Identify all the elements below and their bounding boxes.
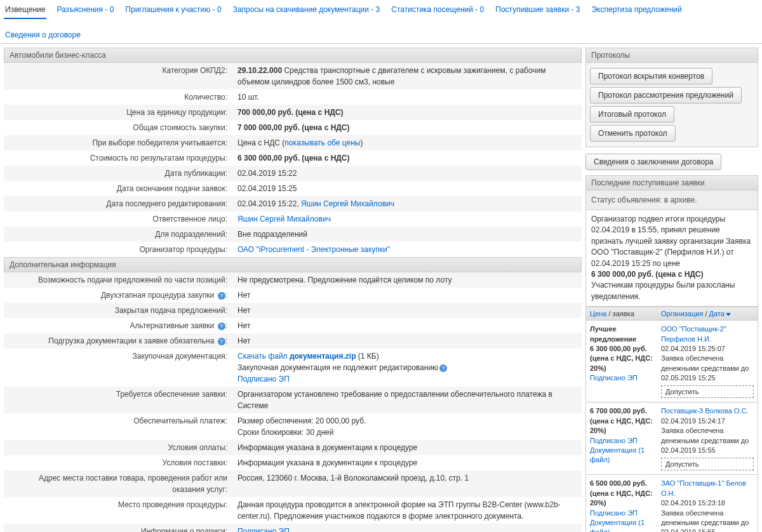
tab-received-bids[interactable]: Поступившие заявки - 3	[494, 3, 581, 19]
unitprice-label: Цена за единицу продукции:	[4, 105, 232, 120]
total-value: 7 000 000,00 руб. (цена с НДС)	[232, 120, 582, 135]
allow-button[interactable]: Допустить	[661, 385, 754, 398]
sort-date-link[interactable]: Дата	[709, 310, 725, 317]
bid-security: Заявка обеспечена денежными средствами д…	[661, 354, 749, 382]
bid-signed-link[interactable]: Подписано ЭП	[590, 509, 638, 517]
dept-label: Для подразделений:	[4, 227, 232, 242]
pub-label: Дата публикации:	[4, 166, 232, 181]
help-icon[interactable]: ?	[218, 292, 225, 300]
procdoc-label: Закупочная документация:	[4, 349, 232, 387]
bid-signed-link[interactable]: Подписано ЭП	[590, 374, 638, 382]
end-value: 02.04.2019 15:25	[232, 181, 582, 196]
okpd2-value: 29.10.22.000 Средства транспортные с дви…	[232, 63, 582, 90]
venue-value: Данная процедура проводится в электронно…	[232, 497, 582, 524]
secreq-label: Требуется обеспечение заявки:	[4, 387, 232, 413]
show-both-prices-link[interactable]: показывать обе цены	[284, 138, 360, 147]
result-value: 6 300 000,00 руб. (цена с НДС)	[232, 150, 582, 166]
organizer-label: Организатор процедуры:	[4, 242, 232, 257]
tab-download-requests[interactable]: Запросы на скачивание документации - 3	[232, 3, 382, 19]
bids-table-header: Цена / заявка Организация / Дата	[585, 307, 758, 321]
signed-ep-link[interactable]: Подписано ЭП	[237, 375, 290, 383]
tab-expert-review[interactable]: Экспертиза предложений	[590, 3, 683, 19]
bid-org-link[interactable]: ЗАО "Поставщик-1" Белов О.Н.	[661, 479, 746, 496]
allow-button[interactable]: Допустить	[661, 458, 754, 470]
edit-label: Дата последнего редактирования:	[4, 196, 232, 211]
help-icon[interactable]: ?	[439, 364, 447, 372]
bid-security: Заявка обеспечена денежными средствами д…	[661, 427, 749, 454]
winner-criteria-label: При выборе победителя учитывается:	[4, 135, 232, 150]
bid-org-link[interactable]: ООО "Поставщик-2" Перфилов Н.И.	[661, 325, 726, 342]
bid-price: 6 300 000,00 руб. (цена с НДС, НДС: 20%)	[590, 345, 653, 372]
bid-docs-link[interactable]: Документация (1 файл)	[590, 519, 645, 532]
partial-value: Не предусмотрена. Предложение подаётся ц…	[232, 272, 582, 288]
tab-clarifications[interactable]: Разъяснения - 0	[55, 3, 115, 19]
edit-value: 02.04.2019 15:22, Яшин Сергей Михайлович	[232, 196, 582, 211]
bid-row: Лучшее предложение 6 300 000,00 руб. (це…	[585, 321, 758, 402]
extra-info-table: Возможность подачи предложений по части …	[4, 272, 582, 532]
addr-label: Адрес места поставки товара, проведения …	[4, 470, 232, 497]
protocol-review-button[interactable]: Протокол рассмотрения предложений	[590, 87, 742, 103]
qty-value: 10 шт.	[232, 90, 582, 105]
protocol-opening-button[interactable]: Протокол вскрытия конвертов	[590, 68, 712, 84]
result-label: Стоимость по результатам процедуры:	[4, 150, 232, 166]
secpay-value: Размер обеспечения: 20 000,00 руб.Сроки …	[232, 413, 582, 440]
bid-signed-link[interactable]: Подписано ЭП	[590, 437, 638, 444]
protocol-final-button[interactable]: Итоговый протокол	[590, 106, 674, 123]
main-section-header: Автомобили бизнес-класса	[4, 48, 582, 63]
procdoc-value: Скачать файл документация.zip (1 КБ) Зак…	[232, 349, 582, 387]
sig-value: Подписано ЭП	[232, 524, 582, 532]
bid-date: 02.04.2019 15:24:17	[661, 417, 725, 425]
extra-section-header: Дополнительная информация	[4, 257, 582, 272]
partial-label: Возможность подачи предложений по части …	[4, 272, 232, 288]
sort-org-link[interactable]: Организация	[661, 310, 703, 317]
help-icon[interactable]: ?	[218, 338, 225, 345]
bid-row: 6 700 000,00 руб. (цена с НДС, НДС: 20%)…	[585, 402, 758, 475]
closed-label: Закрытая подача предложений:	[4, 303, 232, 318]
organizer-value: ОАО "iProcurement - Электронные закупки"	[232, 242, 582, 257]
bid-security: Заявка обеспечена денежными средствами д…	[661, 509, 749, 532]
closed-value: Нет	[232, 303, 582, 318]
signature-info-link[interactable]: Подписано ЭП	[237, 527, 290, 532]
pay-label: Условия оплаты:	[4, 440, 232, 455]
protocol-cancel-button[interactable]: Отменить протокол	[590, 125, 676, 142]
sig-label: Информация о подписи:	[4, 524, 232, 532]
total-label: Общая стоимость закупки:	[4, 120, 232, 135]
organizer-summary: Организатор подвел итоги процедуры 02.04…	[585, 210, 758, 307]
contract-info-button[interactable]: Сведения о заключении договора	[585, 154, 721, 170]
alt-value: Нет	[232, 318, 582, 333]
sort-price-link[interactable]: Цена	[590, 310, 606, 317]
secreq-value: Организатором установлено требование о п…	[232, 387, 582, 413]
editor-link[interactable]: Яшин Сергей Михайлович	[301, 199, 394, 208]
info-table: Категория ОКПД2: 29.10.22.000 Средства т…	[4, 63, 582, 257]
help-icon[interactable]: ?	[218, 323, 225, 330]
bid-org-link[interactable]: Поставщик-3 Волкова О.С.	[661, 407, 748, 415]
status-line: Статус объявления: в архиве.	[585, 190, 758, 210]
deliv-value: Информация указана в документации к проц…	[232, 455, 582, 470]
okpd2-label: Категория ОКПД2:	[4, 63, 232, 90]
end-label: Дата окончания подачи заявок:	[4, 181, 232, 196]
organizer-link[interactable]: ОАО "iProcurement - Электронные закупки"	[237, 245, 390, 254]
dept-value: Вне подразделений	[232, 227, 582, 242]
pay-value: Информация указана в документации к проц…	[232, 440, 582, 455]
bid-row: 6 500 000,00 руб. (цена с НДС, НДС: 20%)…	[585, 475, 758, 532]
addr-value: Россия, 123060 г. Москва, 1-й Волоколамс…	[232, 470, 582, 497]
bid-price: 6 500 000,00 руб. (цена с НДС, НДС: 20%)	[590, 479, 653, 507]
tab-notice[interactable]: Извещение	[4, 3, 46, 19]
twostage-value: Нет	[232, 288, 582, 303]
pub-value: 02.04.2019 15:22	[232, 166, 582, 181]
docreq-value: Нет	[232, 333, 582, 349]
docreq-label: Подгрузка документации к заявке обязател…	[4, 333, 232, 349]
tab-contract-info[interactable]: Сведения о договоре	[4, 28, 82, 43]
venue-label: Место проведения процедуры:	[4, 497, 232, 524]
tab-visit-stats[interactable]: Статистика посещений - 0	[390, 3, 485, 19]
responsible-person-link[interactable]: Яшин Сергей Михайлович	[237, 215, 331, 223]
qty-label: Количество:	[4, 90, 232, 105]
best-offer-label: Лучшее предложение	[590, 325, 636, 342]
twostage-label: Двухэтапная процедура закупки ?:	[4, 288, 232, 303]
download-documentation-link[interactable]: Скачать файл документация.zip	[237, 352, 356, 361]
chevron-down-icon	[726, 313, 731, 316]
alt-label: Альтернативные заявки ?:	[4, 318, 232, 333]
bid-docs-link[interactable]: Документация (1 файл)	[590, 446, 645, 463]
deliv-label: Условия поставки:	[4, 455, 232, 470]
tab-invitations[interactable]: Приглашения к участию - 0	[124, 3, 222, 19]
